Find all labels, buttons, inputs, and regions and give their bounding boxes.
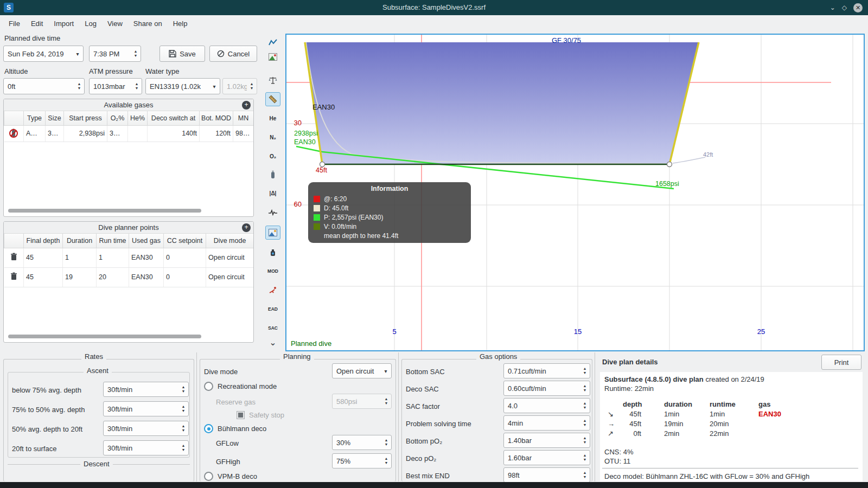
recreational-mode-radio[interactable]: Recreational mode	[204, 382, 277, 391]
print-button[interactable]: Print	[821, 355, 861, 370]
bottom-po2-spinner[interactable]: 1.40bar▲▼	[503, 433, 590, 448]
spinner-arrows-icon[interactable]: ▲▼	[381, 439, 391, 446]
menu-edit[interactable]: Edit	[25, 17, 48, 30]
heart-rate-icon[interactable]	[265, 206, 280, 220]
gases-hscrollbar[interactable]	[8, 209, 201, 213]
gases-col-he[interactable]: He%	[128, 111, 148, 125]
spinner-arrows-icon[interactable]: ▲▼	[580, 436, 590, 444]
planner-point-handle[interactable]	[667, 162, 672, 167]
dive-date-combo[interactable]: Sun Feb 24, 2019 ▾	[3, 46, 84, 62]
dive-profile-chart[interactable]: GF 30/75 EAN30 2938psi EAN30 45ft 1658ps…	[285, 34, 865, 351]
panel-separator[interactable]	[196, 352, 197, 481]
spinner-arrows-icon[interactable]: ▲▼	[131, 50, 141, 57]
window-pin-icon[interactable]: ◇	[842, 3, 847, 12]
add-point-button[interactable]: +	[242, 223, 251, 232]
points-col-ccsetpoint[interactable]: CC setpoint	[164, 234, 206, 248]
trash-icon[interactable]	[10, 272, 17, 280]
panel-separator[interactable]	[398, 352, 399, 481]
gases-col-mn[interactable]: MN	[233, 111, 254, 125]
profile-graph-icon[interactable]	[265, 35, 280, 49]
gases-col-size[interactable]: Size	[46, 111, 64, 125]
menu-help[interactable]: Help	[168, 17, 193, 30]
atm-pressure-spinner[interactable]: 1013mbar ▲▼	[89, 78, 142, 94]
points-col-finaldepth[interactable]: Final depth	[24, 234, 63, 248]
points-col-duration[interactable]: Duration	[63, 234, 97, 248]
menu-import[interactable]: Import	[48, 17, 79, 30]
vpmb-deco-radio[interactable]: VPM-B deco	[204, 472, 257, 481]
menu-share-on[interactable]: Share on	[128, 17, 168, 30]
rate-spinner-2[interactable]: 30ft/min▲▼	[103, 401, 189, 416]
buhlmann-deco-radio[interactable]: Bühlmann deco	[204, 424, 266, 433]
gases-col-decoswitch[interactable]: Deco switch at	[148, 111, 200, 125]
ink-bottle-icon[interactable]	[265, 245, 280, 259]
points-col-divemode[interactable]: Dive mode	[206, 234, 254, 248]
water-type-combo[interactable]: EN13319 (1.02k ▾	[145, 78, 220, 94]
sac-toggle-icon[interactable]: SAC	[265, 321, 280, 335]
problem-time-spinner[interactable]: 4min▲▼	[503, 415, 590, 431]
nitrogen-graph-icon[interactable]: N₂	[265, 130, 280, 144]
save-button[interactable]: Save	[159, 46, 205, 62]
tissues-delta-icon[interactable]: |Δ|	[265, 186, 280, 200]
toolbar-collapse-icon[interactable]: ⌄	[265, 335, 280, 349]
gases-col-botmod[interactable]: Bot. MOD	[200, 111, 233, 125]
ruler-icon[interactable]	[265, 92, 280, 106]
best-mix-end-spinner[interactable]: 98ft▲▼	[503, 467, 590, 483]
spinner-arrows-icon[interactable]: ▲▼	[580, 471, 590, 479]
menu-log[interactable]: Log	[79, 17, 102, 30]
oxygen-graph-icon[interactable]: O₂	[265, 149, 280, 163]
spinner-arrows-icon[interactable]: ▲▼	[381, 457, 391, 465]
diver-ndl-icon[interactable]	[265, 283, 280, 297]
add-gas-button[interactable]: +	[242, 101, 251, 110]
trash-icon[interactable]	[10, 253, 17, 261]
window-shade-icon[interactable]: ⌄	[830, 3, 835, 12]
spinner-arrows-icon[interactable]: ▲▼	[178, 405, 188, 413]
cancel-button[interactable]: Cancel	[209, 46, 257, 62]
spinner-arrows-icon[interactable]: ▲▼	[74, 82, 84, 90]
deco-sac-spinner[interactable]: 0.60cuft/min▲▼	[503, 381, 590, 396]
menu-file[interactable]: File	[3, 17, 25, 30]
window-close-button[interactable]: ✕	[853, 3, 863, 12]
gases-col-type[interactable]: Type	[24, 111, 46, 125]
spinner-arrows-icon[interactable]: ▲▼	[580, 402, 590, 409]
mod-toggle-icon[interactable]: MOD	[265, 264, 280, 278]
spinner-arrows-icon[interactable]: ▲▼	[178, 386, 188, 393]
gfhigh-spinner[interactable]: 75% ▲▼	[332, 453, 392, 468]
tank-bar-icon[interactable]	[265, 168, 280, 182]
spinner-arrows-icon[interactable]: ▲▼	[580, 419, 590, 427]
time-chip	[314, 196, 320, 202]
deco-sac-label: Deco SAC	[406, 385, 439, 393]
spinner-arrows-icon[interactable]: ▲▼	[580, 454, 590, 461]
cylinder-icon[interactable]	[9, 128, 18, 138]
point-row[interactable]: 45 19 20 EAN30 0 Open circuit	[4, 267, 254, 287]
dive-mode-combo[interactable]: Open circuit ▾	[332, 363, 392, 378]
picture-toggle-icon[interactable]	[265, 226, 280, 240]
scale-icon[interactable]	[265, 73, 280, 87]
sac-factor-spinner[interactable]: 4.0▲▼	[503, 398, 590, 413]
panel-separator[interactable]	[595, 352, 595, 481]
dive-time-spinner[interactable]: 7:38 PM ▲▼	[89, 46, 141, 62]
spinner-arrows-icon[interactable]: ▲▼	[580, 384, 590, 392]
points-col-runtime[interactable]: Run time	[97, 234, 129, 248]
spinner-arrows-icon[interactable]: ▲▼	[580, 367, 590, 375]
points-hscrollbar[interactable]	[8, 335, 201, 338]
rate-spinner-3[interactable]: 30ft/min▲▼	[103, 421, 189, 436]
cell-duration: 1	[63, 248, 97, 267]
spinner-arrows-icon[interactable]: ▲▼	[132, 82, 142, 90]
spinner-arrows-icon[interactable]: ▲▼	[178, 425, 188, 432]
helium-graph-icon[interactable]: He	[265, 111, 280, 125]
spinner-arrows-icon[interactable]: ▲▼	[178, 444, 188, 452]
rate-spinner-1[interactable]: 30ft/min▲▼	[103, 382, 189, 397]
rate-spinner-4[interactable]: 30ft/min▲▼	[103, 440, 189, 455]
altitude-spinner[interactable]: 0ft ▲▼	[3, 78, 85, 94]
ead-toggle-icon[interactable]: EAD	[265, 302, 280, 316]
gases-col-startpress[interactable]: Start press	[64, 111, 107, 125]
gases-col-o2[interactable]: O₂%	[107, 111, 128, 125]
gas-row[interactable]: A… 3… 2,938psi 3… 140ft 120ft 98…	[4, 125, 254, 142]
point-row[interactable]: 45 1 1 EAN30 0 Open circuit	[4, 248, 254, 267]
menu-view[interactable]: View	[102, 17, 128, 30]
gflow-spinner[interactable]: 30% ▲▼	[332, 435, 392, 450]
points-col-usedgas[interactable]: Used gas	[129, 234, 164, 248]
bottom-sac-spinner[interactable]: 0.71cuft/min▲▼	[503, 363, 590, 378]
photos-icon[interactable]	[265, 50, 280, 64]
deco-po2-spinner[interactable]: 1.60bar▲▼	[503, 450, 590, 465]
